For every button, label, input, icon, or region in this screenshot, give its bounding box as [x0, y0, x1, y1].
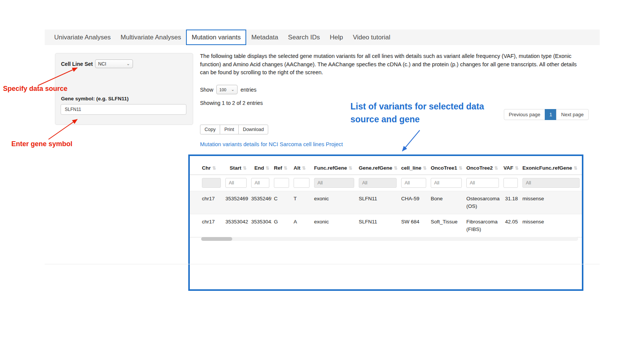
sort-icon[interactable]: ⇅ [302, 165, 306, 171]
table-description-text: The following table displays the selecte… [200, 52, 577, 77]
cell-oncotree1: Bone [428, 191, 464, 214]
column-filter-gene-refgene[interactable]: All [359, 178, 397, 188]
page: Univariate Analyses Multivariate Analyse… [0, 0, 644, 362]
cell-func-refgene: exonic [312, 191, 356, 214]
column-label: OncoTree2 [466, 165, 493, 171]
tab-search-ids[interactable]: Search IDs [283, 30, 325, 45]
cell-line-set-select[interactable]: NCI ⌄ [95, 59, 133, 68]
chevron-down-icon: ⌄ [231, 87, 234, 92]
column-header-vaf[interactable]: VAF⇅ [501, 161, 520, 175]
download-button[interactable]: Download [238, 125, 269, 134]
column-label: cell_line [401, 165, 421, 171]
table-header-row: Chr⇅Start⇅End⇅Ref⇅Alt⇅Func.refGene⇅Gene.… [190, 161, 582, 175]
gene-symbol-label: Gene symbol: (e.g. SLFN11) [61, 96, 129, 101]
sort-icon[interactable]: ⇅ [459, 165, 463, 171]
cell-chr: chr17 [190, 191, 223, 214]
cell-oncotree2: Osteosarcoma (OS) [464, 191, 501, 214]
filter-cell [291, 175, 312, 191]
column-filter-cell-line[interactable]: All [401, 178, 426, 188]
cell-oncotree2: Fibrosarcoma (FIBS) [464, 214, 501, 237]
sort-icon[interactable]: ⇅ [212, 165, 216, 171]
horizontal-scrollbar-track[interactable] [201, 237, 578, 241]
entries-length-select[interactable]: 100 ⌄ [216, 85, 238, 94]
print-button[interactable]: Print [220, 125, 239, 134]
next-page-button[interactable]: Next page [556, 109, 588, 120]
table-row-1[interactable]: chr173535246935352469CTexonicSLFN11CHA-5… [190, 191, 582, 214]
gene-symbol-input[interactable] [61, 104, 186, 115]
column-header-cell-line[interactable]: cell_line⇅ [399, 161, 428, 175]
column-filter-end[interactable]: All [251, 178, 269, 188]
cell-gene-refgene: SLFN11 [356, 214, 399, 237]
sort-icon[interactable]: ⇅ [494, 165, 498, 171]
column-header-alt[interactable]: Alt⇅ [291, 161, 312, 175]
tab-multivariate-analyses[interactable]: Multivariate Analyses [116, 30, 186, 45]
entries-label: entries [241, 87, 256, 93]
column-label: Ref [274, 165, 282, 171]
cell-cell-line: CHA-59 [399, 191, 428, 214]
horizontal-scrollbar-thumb[interactable] [201, 237, 232, 241]
annotation-enter-gene-symbol: Enter gene symbol [11, 140, 72, 148]
column-header-func-refgene[interactable]: Func.refGene⇅ [312, 161, 356, 175]
chevron-down-icon: ⌄ [127, 62, 130, 66]
sort-icon[interactable]: ⇅ [266, 165, 269, 171]
cell-line-set-row: Cell Line Set NCI ⌄ [61, 59, 133, 68]
column-header-oncotree2[interactable]: OncoTree2⇅ [464, 161, 501, 175]
previous-page-button[interactable]: Previous page [504, 109, 545, 120]
filter-cell [272, 175, 291, 191]
column-header-exonicfunc-refgene[interactable]: ExonicFunc.refGene⇅ [520, 161, 582, 175]
filter-cell: All [464, 175, 501, 191]
pagination: Previous page 1 Next page [504, 109, 589, 120]
column-filter-oncotree1[interactable]: All [431, 178, 462, 188]
cell-vaf: 42.05 [501, 214, 520, 237]
filter-cell [501, 175, 520, 191]
sort-icon[interactable]: ⇅ [284, 165, 288, 171]
column-filter-chr[interactable] [202, 178, 221, 188]
column-filter-start[interactable]: All [225, 178, 247, 188]
filter-cell: All [312, 175, 356, 191]
column-filter-exonicfunc-refgene[interactable]: All [522, 178, 580, 188]
column-label: VAF [503, 165, 513, 171]
tab-video-tutorial[interactable]: Video tutorial [348, 30, 395, 45]
page-number-1-button[interactable]: 1 [545, 109, 556, 120]
tab-univariate-analyses[interactable]: Univariate Analyses [49, 30, 116, 45]
cell-vaf: 31.18 [501, 191, 520, 214]
column-filter-ref[interactable] [274, 178, 289, 188]
tab-metadata[interactable]: Metadata [246, 30, 283, 45]
sort-icon[interactable]: ⇅ [515, 165, 519, 171]
cell-line-set-label: Cell Line Set [61, 61, 93, 67]
cell-start: 35352469 [223, 191, 249, 214]
input-panel: Cell Line Set NCI ⌄ Gene symbol: (e.g. S… [55, 53, 193, 125]
sort-icon[interactable]: ⇅ [243, 165, 247, 171]
column-header-ref[interactable]: Ref⇅ [272, 161, 291, 175]
column-header-chr[interactable]: Chr⇅ [190, 161, 223, 175]
tab-mutation-variants[interactable]: Mutation variants [186, 30, 246, 45]
variants-table-container: Chr⇅Start⇅End⇅Ref⇅Alt⇅Func.refGene⇅Gene.… [188, 154, 583, 291]
table-filter-row: AllAllAllAllAllAllAllAll [190, 175, 582, 191]
tab-help[interactable]: Help [325, 30, 348, 45]
column-header-gene-refgene[interactable]: Gene.refGene⇅ [356, 161, 399, 175]
column-header-oncotree1[interactable]: OncoTree1⇅ [428, 161, 464, 175]
column-label: Start [230, 165, 241, 171]
annotation-variants-note: List of variants for selected data sourc… [350, 100, 502, 126]
filter-cell [190, 175, 223, 191]
column-header-end[interactable]: End⇅ [249, 161, 272, 175]
sort-icon[interactable]: ⇅ [574, 165, 577, 171]
filter-cell: All [520, 175, 582, 191]
column-filter-alt[interactable] [294, 178, 309, 188]
showing-entries-info: Showing 1 to 2 of 2 entries [200, 100, 263, 106]
filter-cell: All [223, 175, 249, 191]
cell-chr: chr17 [190, 214, 223, 237]
sort-icon[interactable]: ⇅ [423, 165, 427, 171]
column-header-start[interactable]: Start⇅ [223, 161, 249, 175]
column-filter-func-refgene[interactable]: All [314, 178, 354, 188]
sort-icon[interactable]: ⇅ [394, 165, 398, 171]
cell-exonicfunc-refgene: missense [520, 214, 582, 237]
copy-button[interactable]: Copy [200, 125, 220, 134]
table-row-2[interactable]: chr173535304235353042GAexonicSLFN11SW 68… [190, 214, 582, 237]
sort-icon[interactable]: ⇅ [349, 165, 352, 171]
table-caption-link[interactable]: Mutation variants details for NCI Sarcom… [200, 141, 343, 147]
cell-func-refgene: exonic [312, 214, 356, 237]
column-filter-vaf[interactable] [503, 178, 518, 188]
column-filter-oncotree2[interactable]: All [466, 178, 499, 188]
filter-cell: All [428, 175, 464, 191]
